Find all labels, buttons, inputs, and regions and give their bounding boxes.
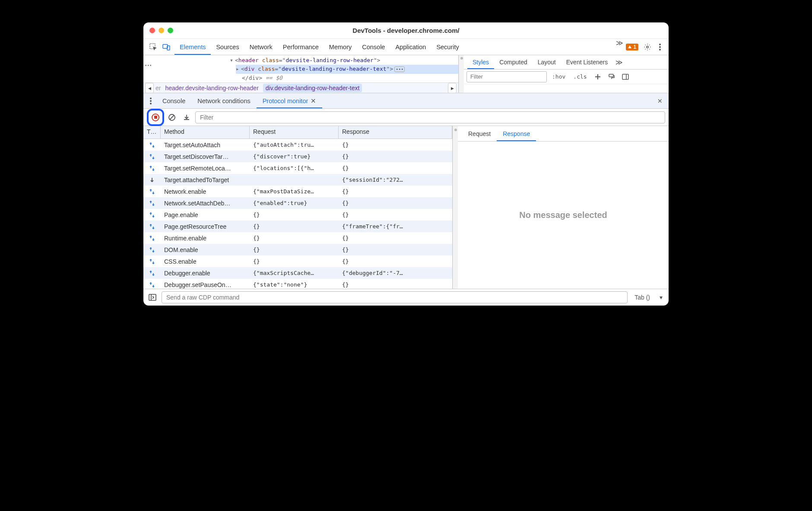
devtools-window: DevTools - developer.chrome.com/ Element… [143, 22, 669, 306]
table-row[interactable]: CSS.enable{}{} [143, 256, 452, 267]
tab-styles[interactable]: Styles [467, 55, 494, 69]
breadcrumb-left-button[interactable]: ◂ [145, 83, 154, 93]
cdp-command-bar: Tab () ▾ [143, 289, 669, 306]
tab-network[interactable]: Network [244, 39, 278, 55]
breadcrumb-right-button[interactable]: ▸ [448, 83, 457, 93]
col-method[interactable]: Method [161, 126, 250, 139]
maximize-window-button[interactable] [168, 28, 173, 33]
dom-scrollbar[interactable] [459, 55, 464, 93]
table-row[interactable]: Page.enable{}{} [143, 209, 452, 221]
svg-rect-8 [622, 74, 628, 79]
tab-sources[interactable]: Sources [211, 39, 244, 55]
paint-icon[interactable] [606, 71, 617, 82]
dom-close-tag: </div> [242, 75, 262, 81]
table-row[interactable]: Debugger.setPauseOn…{"state":"none"}{} [143, 279, 452, 289]
protocol-detail-empty: No message selected [458, 142, 669, 289]
drawer-tab-console[interactable]: Console [156, 93, 191, 108]
main-tabs: ElementsSourcesNetworkPerformanceMemoryC… [174, 39, 613, 55]
cdp-target-selector[interactable]: Tab () [631, 294, 653, 301]
tab-computed[interactable]: Computed [494, 55, 533, 69]
hov-toggle[interactable]: :hov [549, 73, 568, 80]
settings-icon[interactable] [641, 43, 654, 51]
dom-tree[interactable]: ▾<header class="devsite-landing-row-head… [143, 55, 458, 82]
styles-filter-input[interactable] [466, 71, 547, 82]
col-response[interactable]: Response [339, 126, 452, 139]
tab-event-listeners[interactable]: Event Listeners [561, 55, 613, 69]
cell-response: {} [339, 235, 452, 241]
breadcrumb-item-selected[interactable]: div.devsite-landing-row-header-text [263, 84, 362, 92]
table-row[interactable]: Debugger.enable{"maxScriptsCache…{"debug… [143, 267, 452, 279]
bidirectional-icon [143, 282, 161, 288]
bidirectional-icon [143, 200, 161, 206]
chevron-down-icon[interactable]: ▾ [657, 294, 665, 301]
svg-line-14 [170, 115, 174, 120]
cell-request: {} [250, 235, 339, 241]
tab-layout[interactable]: Layout [533, 55, 561, 69]
tab-performance[interactable]: Performance [278, 39, 324, 55]
bidirectional-icon [143, 247, 161, 253]
minimize-window-button[interactable] [159, 28, 164, 33]
drawer-more-icon[interactable] [145, 93, 156, 108]
issues-count: 1 [633, 44, 636, 50]
cell-method: DOM.enable [161, 246, 250, 253]
protocol-table-scrollbar[interactable] [453, 126, 458, 289]
tab-console[interactable]: Console [357, 39, 390, 55]
table-row[interactable]: Page.getResourceTree{}{"frameTree":{"fr… [143, 221, 452, 232]
close-tab-icon[interactable]: ✕ [311, 98, 316, 104]
cell-method: Page.getResourceTree [161, 223, 250, 230]
device-toolbar-icon[interactable] [160, 39, 173, 55]
styles-pane: Styles Computed Layout Event Listeners ≫… [464, 55, 669, 93]
breadcrumb-trunc: er [155, 85, 161, 91]
save-icon[interactable] [181, 114, 193, 121]
attr-class: class [262, 57, 279, 63]
col-type[interactable]: T… [143, 126, 161, 139]
cell-method: CSS.enable [161, 258, 250, 265]
protocol-filter-input[interactable] [195, 111, 665, 123]
cell-request: {} [250, 258, 339, 265]
tab-memory[interactable]: Memory [324, 39, 357, 55]
drawer-tab-protocol-monitor[interactable]: Protocol monitor ✕ [257, 93, 323, 108]
close-drawer-icon[interactable]: ✕ [653, 93, 667, 108]
close-window-button[interactable] [149, 28, 155, 33]
tab-elements[interactable]: Elements [174, 39, 211, 55]
styles-tabs-overflow-icon[interactable]: ≫ [613, 55, 625, 69]
breadcrumb-item[interactable]: header.devsite-landing-row-header [162, 85, 261, 91]
more-icon[interactable] [657, 44, 663, 50]
inspect-element-icon[interactable] [147, 39, 160, 55]
cell-response: {} [339, 246, 452, 253]
detail-tab-request[interactable]: Request [462, 126, 497, 141]
bidirectional-icon [143, 224, 161, 230]
toggle-sidebar-icon[interactable] [620, 71, 631, 82]
table-row[interactable]: Target.setAutoAttach{"autoAttach":tru…{} [143, 139, 452, 151]
cdp-command-input[interactable] [162, 291, 628, 303]
expand-panel-icon[interactable] [147, 293, 158, 301]
clear-icon[interactable] [166, 114, 178, 121]
cell-request: {"state":"none"} [250, 281, 339, 288]
cell-request: {"maxPostDataSize… [250, 188, 339, 195]
table-row[interactable]: Target.setRemoteLoca…{"locations":[{"h…{… [143, 162, 452, 174]
issues-badge[interactable]: 1 [626, 44, 638, 50]
record-button[interactable] [152, 114, 159, 121]
incoming-icon [143, 177, 161, 183]
table-row[interactable]: DOM.enable{}{} [143, 244, 452, 256]
table-row[interactable]: Network.enable{"maxPostDataSize…{} [143, 186, 452, 197]
col-request[interactable]: Request [250, 126, 339, 139]
tab-security[interactable]: Security [431, 39, 464, 55]
table-row[interactable]: Runtime.enable{}{} [143, 232, 452, 244]
cell-request: {"enabled":true} [250, 200, 339, 206]
titlebar: DevTools - developer.chrome.com/ [143, 22, 669, 39]
drawer-tab-network-conditions[interactable]: Network conditions [191, 93, 257, 108]
cell-method: Target.setAutoAttach [161, 142, 250, 148]
cls-toggle[interactable]: .cls [571, 73, 589, 80]
table-row[interactable]: Target.attachedToTarget{"sessionId":"272… [143, 174, 452, 186]
tabs-overflow-icon[interactable]: ≫ [613, 39, 626, 55]
dom-selected-marker: == $0 [262, 75, 282, 81]
detail-tab-response[interactable]: Response [497, 126, 536, 141]
table-row[interactable]: Network.setAttachDeb…{"enabled":true}{} [143, 197, 452, 209]
tab-application[interactable]: Application [390, 39, 431, 55]
cell-response: {} [339, 281, 452, 288]
protocol-rows: Target.setAutoAttach{"autoAttach":tru…{}… [143, 139, 452, 289]
table-row[interactable]: Target.setDiscoverTar…{"discover":true}{… [143, 151, 452, 162]
new-style-rule-icon[interactable] [592, 71, 603, 82]
cell-method: Network.setAttachDeb… [161, 200, 250, 207]
